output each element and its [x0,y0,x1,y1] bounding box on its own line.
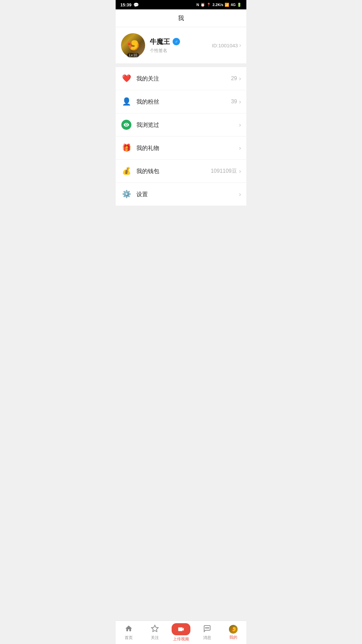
status-time: 15:39 [120,2,131,7]
profile-chevron-icon: › [239,42,241,48]
gender-icon: ♂ [173,38,180,45]
profile-id: ID:1001043 [212,43,238,48]
menu-item-fans[interactable]: 👤 我的粉丝 39 › [116,90,246,113]
gift-chevron-icon: › [239,145,241,152]
wallet-chevron-icon: › [239,168,241,175]
profile-username: 牛魔王 [150,37,170,46]
menu-item-wallet[interactable]: 💰 我的钱包 1091109豆 › [116,160,246,183]
menu-item-follow[interactable]: ❤️ 我的关注 29 › [116,67,246,90]
menu-label-settings: 设置 [136,191,239,198]
profile-id-row[interactable]: ID:1001043 › [212,42,241,48]
empty-content-area [116,209,246,370]
profile-section[interactable]: Lv.10 牛魔王 ♂ 个性签名 ID:1001043 › [116,27,246,64]
follow-chevron-icon: › [239,75,241,82]
menu-label-fans: 我的粉丝 [136,98,231,106]
eye-icon-container [121,119,132,130]
menu-label-gift: 我的礼物 [136,144,239,152]
profile-info: 牛魔王 ♂ 个性签名 [150,37,212,54]
menu-label-follow: 我的关注 [136,75,231,83]
avatar-container: Lv.10 [121,33,145,57]
page-title: 我 [178,15,184,21]
wechat-icon: 💬 [133,2,139,7]
nav-spacer [116,370,246,393]
page-header: 我 [116,9,246,27]
fans-chevron-icon: › [239,98,241,105]
browsed-chevron-icon: › [239,121,241,128]
gift-icon: 🎁 [121,143,132,153]
eye-svg [123,122,129,128]
eye-icon [121,120,131,130]
menu-item-browsed[interactable]: 我浏览过 › [116,113,246,137]
menu-value-fans: 39 [231,99,237,105]
person-icon: 👤 [121,96,132,107]
menu-item-gift[interactable]: 🎁 我的礼物 › [116,137,246,160]
gear-icon: ⚙️ [121,189,132,200]
settings-chevron-icon: › [239,191,241,198]
status-icons: N ⏰ 📍 2.2K/s 📶 4G 🔋 [196,3,242,7]
menu-value-wallet: 1091109豆 [211,168,237,175]
heart-icon: ❤️ [121,73,132,84]
level-badge: Lv.10 [127,53,139,57]
menu-item-settings[interactable]: ⚙️ 设置 › [116,183,246,206]
profile-signature: 个性签名 [150,48,212,54]
wallet-icon: 💰 [121,166,132,176]
status-bar: 15:39 💬 N ⏰ 📍 2.2K/s 📶 4G 🔋 [116,0,246,9]
menu-value-follow: 29 [231,75,237,82]
menu-list: ❤️ 我的关注 29 › 👤 我的粉丝 39 › 我浏览过 › 🎁 我的礼物 ›… [116,67,246,206]
menu-label-browsed: 我浏览过 [136,121,239,129]
menu-label-wallet: 我的钱包 [136,167,211,175]
